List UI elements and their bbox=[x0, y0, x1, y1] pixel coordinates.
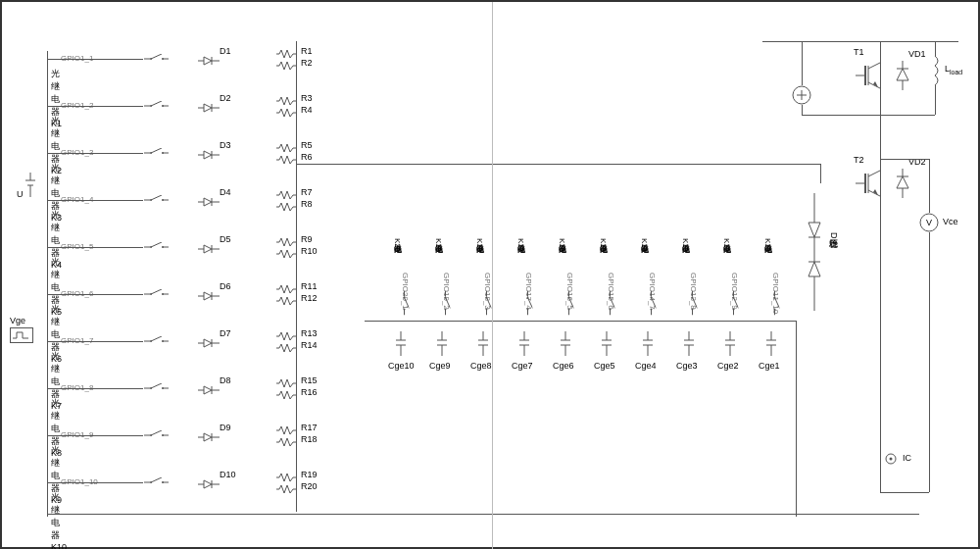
cap-relay-label: 光继电器K13 bbox=[679, 238, 690, 252]
switch-icon bbox=[686, 291, 698, 316]
lload-bot bbox=[935, 85, 936, 115]
lload-top bbox=[935, 41, 936, 56]
svg-line-105 bbox=[734, 298, 739, 309]
resistor-icon-1 bbox=[276, 50, 296, 60]
t1-label: T1 bbox=[854, 47, 864, 57]
capacitor-icon bbox=[643, 331, 653, 358]
t2-label: T2 bbox=[854, 155, 864, 165]
svg-marker-19 bbox=[204, 104, 212, 112]
cap-label: Cge1 bbox=[759, 361, 780, 371]
power-stage: T1 VD1 Lload T2 VD2 bbox=[802, 31, 958, 522]
switch-icon bbox=[521, 291, 533, 316]
ic-probe: IC bbox=[885, 453, 897, 467]
resistor-label-2: R2 bbox=[301, 58, 313, 68]
diode-label: D5 bbox=[220, 234, 231, 244]
inductor-lload: Lload bbox=[929, 56, 941, 87]
vd1-label: VD1 bbox=[908, 49, 926, 59]
row-wire bbox=[47, 435, 143, 436]
svg-marker-211 bbox=[897, 176, 908, 188]
capacitor-icon bbox=[684, 331, 694, 358]
diode-label: D1 bbox=[220, 46, 231, 56]
ic-label: IC bbox=[903, 453, 911, 463]
diode-icon bbox=[198, 385, 220, 397]
bus-line-left bbox=[47, 51, 48, 517]
svg-line-42 bbox=[151, 242, 162, 247]
top-rail bbox=[762, 41, 958, 42]
resistor-icon-2 bbox=[276, 344, 296, 354]
src-bot bbox=[802, 105, 803, 115]
diode-icon bbox=[198, 432, 220, 444]
resistor-label-2: R10 bbox=[301, 246, 318, 256]
u-label: U bbox=[17, 189, 24, 199]
switch-icon bbox=[727, 291, 739, 316]
resistor-label-2: R14 bbox=[301, 340, 318, 350]
row-wire bbox=[47, 294, 143, 295]
svg-line-60 bbox=[151, 336, 162, 341]
resistor-label-2: R4 bbox=[301, 105, 313, 115]
switch-icon bbox=[144, 477, 169, 489]
svg-marker-198 bbox=[897, 69, 908, 80]
cap-relay-label: 光继电器K20 bbox=[391, 238, 402, 252]
diode-label: D7 bbox=[220, 328, 231, 338]
diode-label: D4 bbox=[220, 187, 231, 197]
capacitor-icon bbox=[437, 331, 447, 358]
switch-icon bbox=[144, 336, 169, 348]
diode-icon bbox=[198, 338, 220, 350]
capacitor-icon bbox=[561, 331, 570, 358]
cap-label: Cge4 bbox=[635, 361, 657, 371]
svg-point-217 bbox=[890, 458, 893, 461]
cap-relay-label: 光继电器K18 bbox=[473, 238, 484, 252]
cap-label: Cge6 bbox=[553, 361, 574, 371]
resistor-icon-2 bbox=[276, 297, 296, 307]
resistor-icon-2 bbox=[276, 391, 296, 401]
diode-label: D8 bbox=[220, 375, 231, 385]
resistor-label-1: R17 bbox=[301, 423, 318, 432]
cap-to-bottom bbox=[796, 321, 797, 517]
resistor-label-2: R12 bbox=[301, 293, 318, 303]
switch-icon bbox=[144, 195, 169, 207]
svg-marker-28 bbox=[204, 151, 212, 159]
switch-icon bbox=[144, 242, 169, 254]
row-wire bbox=[47, 247, 143, 248]
svg-line-168 bbox=[446, 298, 451, 309]
resistor-label-2: R6 bbox=[301, 152, 313, 162]
src-top bbox=[802, 41, 803, 85]
row-wire bbox=[47, 388, 143, 389]
switch-icon bbox=[144, 148, 169, 160]
dc-source bbox=[792, 85, 811, 107]
circuit-diagram: U Vge GPIO1_1 光继电器K1 D1 R1 R2 GPIO1_2 光继… bbox=[0, 0, 980, 549]
capacitor-icon bbox=[602, 331, 612, 358]
switch-icon bbox=[480, 291, 492, 316]
resistor-label-1: R9 bbox=[301, 234, 313, 244]
cap-label: Cge7 bbox=[512, 361, 533, 371]
resistor-icon-2 bbox=[276, 485, 296, 495]
igbt-t1: T1 bbox=[856, 61, 885, 92]
resistor-label-2: R20 bbox=[301, 481, 318, 491]
vce-join-b bbox=[880, 492, 929, 493]
diode-icon bbox=[198, 103, 220, 115]
resistor-icon-1 bbox=[276, 285, 296, 295]
svg-line-132 bbox=[611, 298, 615, 309]
row-wire bbox=[47, 341, 143, 342]
switch-icon bbox=[645, 291, 657, 316]
svg-line-177 bbox=[405, 298, 410, 309]
svg-marker-64 bbox=[204, 339, 212, 347]
svg-marker-37 bbox=[204, 198, 212, 206]
cap-relay-label: 光继电器K11 bbox=[761, 238, 772, 252]
cap-relay-label: 光继电器K16 bbox=[556, 238, 566, 252]
row-wire bbox=[47, 482, 143, 483]
resistor-label-1: R5 bbox=[301, 140, 313, 150]
resistor-icon-1 bbox=[276, 379, 296, 389]
resistor-icon-1 bbox=[276, 97, 296, 107]
vge-pulse-source: Vge bbox=[10, 316, 33, 343]
resistor-label-2: R16 bbox=[301, 387, 318, 397]
resistor-label-2: R18 bbox=[301, 434, 318, 444]
diode-icon bbox=[198, 479, 220, 491]
svg-line-33 bbox=[151, 195, 162, 200]
switch-icon bbox=[604, 291, 615, 316]
svg-line-78 bbox=[151, 430, 162, 435]
capacitor-icon bbox=[519, 331, 529, 358]
switch-icon bbox=[398, 291, 410, 316]
capacitor-icon bbox=[766, 331, 776, 358]
resistor-label-1: R13 bbox=[301, 328, 318, 338]
